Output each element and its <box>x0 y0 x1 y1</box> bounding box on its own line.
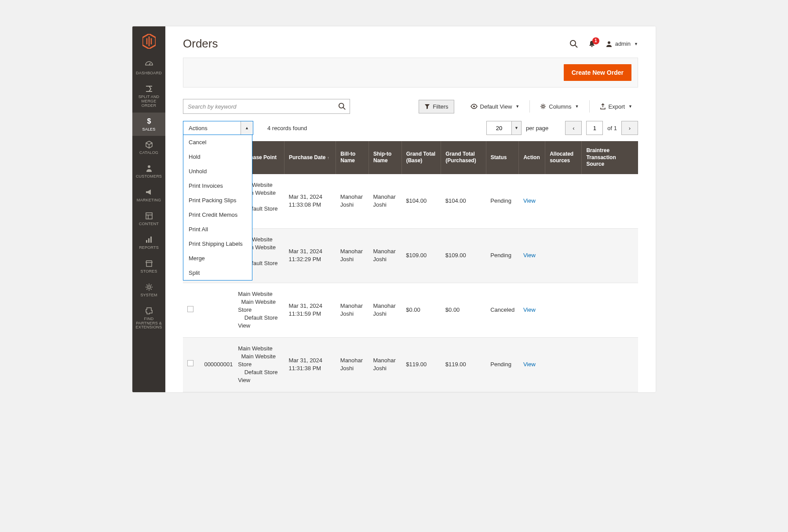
gear-icon <box>145 283 153 292</box>
column-header[interactable]: Braintree Transaction Source <box>582 141 638 174</box>
chevron-down-icon: ▼ <box>628 104 632 109</box>
action-menu-item-print-packing-slips[interactable]: Print Packing Slips <box>183 193 252 208</box>
svg-point-1 <box>148 165 150 168</box>
search-icon <box>569 40 578 48</box>
svg-rect-5 <box>146 240 147 243</box>
separator <box>589 100 590 113</box>
columns-label: Columns <box>549 103 571 110</box>
action-menu-item-print-shipping-labels[interactable]: Print Shipping Labels <box>183 237 252 251</box>
column-header[interactable]: Grand Total (Purchased) <box>441 141 486 174</box>
action-menu-item-print-all[interactable]: Print All <box>183 222 252 237</box>
column-header[interactable]: Action <box>519 141 545 174</box>
cube-icon <box>145 140 153 149</box>
table-cell <box>200 283 233 337</box>
create-order-button[interactable]: Create New Order <box>564 64 631 81</box>
user-menu[interactable]: admin ▼ <box>606 40 638 47</box>
table-cell <box>545 174 582 228</box>
view-link[interactable]: View <box>523 361 536 368</box>
table-cell <box>582 283 638 337</box>
chevron-down-icon: ▼ <box>575 104 579 109</box>
table-cell: $109.00 <box>401 228 441 283</box>
table-cell: $0.00 <box>401 283 441 337</box>
sidebar-item-reports[interactable]: REPORTS <box>132 231 165 255</box>
column-header[interactable]: Purchase Date↑ <box>284 141 336 174</box>
search-input[interactable] <box>183 103 335 110</box>
view-link[interactable]: View <box>523 197 536 204</box>
page-number-input[interactable] <box>586 121 603 135</box>
page-size-toggle[interactable]: ▼ <box>512 121 522 135</box>
sidebar-item-stores[interactable]: STORES <box>132 255 165 278</box>
sidebar-item-system[interactable]: SYSTEM <box>132 278 165 302</box>
sidebar-item-dashboard[interactable]: DASHBOARD <box>132 56 165 80</box>
actions-dropdown[interactable]: Actions ▲ <box>183 121 253 135</box>
chevron-down-icon: ▼ <box>514 126 518 130</box>
columns-button[interactable]: Columns ▼ <box>534 100 584 113</box>
nav-label: REPORTS <box>139 246 159 250</box>
row-checkbox[interactable] <box>187 360 193 366</box>
action-menu-item-merge[interactable]: Merge <box>183 251 252 266</box>
action-menu-item-unhold[interactable]: Unhold <box>183 164 252 179</box>
user-name: admin <box>615 40 631 47</box>
action-menu-item-print-credit-memos[interactable]: Print Credit Memos <box>183 208 252 222</box>
action-bar: Create New Order <box>183 58 638 87</box>
view-link[interactable]: View <box>523 252 536 259</box>
table-cell: Mar 31, 2024 11:31:59 PM <box>284 283 336 337</box>
action-menu-item-cancel[interactable]: Cancel <box>183 135 252 149</box>
filters-button[interactable]: Filters <box>419 100 454 113</box>
sidebar: DASHBOARDSPLIT AND MERGE ORDER$SALESCATA… <box>132 26 165 392</box>
notifications-button[interactable]: 1 <box>588 40 596 48</box>
svg-line-10 <box>575 45 577 47</box>
default-view-button[interactable]: Default View ▼ <box>465 100 525 113</box>
column-header[interactable]: Allocated sources <box>545 141 582 174</box>
prev-page-button[interactable]: ‹ <box>565 121 582 135</box>
bars-icon <box>145 235 153 244</box>
export-button[interactable]: Export ▼ <box>594 100 638 113</box>
actions-toggle[interactable]: ▲ <box>241 121 253 135</box>
table-cell: Manohar Joshi <box>369 228 402 283</box>
column-header[interactable]: Ship-to Name <box>369 141 402 174</box>
nav-label: SALES <box>142 128 155 132</box>
table-cell: Manohar Joshi <box>369 174 402 228</box>
sidebar-item-find-partners-extensions[interactable]: FIND PARTNERS & EXTENSIONS <box>132 302 165 335</box>
table-cell: Mar 31, 2024 11:31:38 PM <box>284 337 336 392</box>
view-link[interactable]: View <box>523 306 536 313</box>
column-header[interactable]: Grand Total (Base) <box>401 141 441 174</box>
row-checkbox[interactable] <box>187 306 193 312</box>
page-size-input[interactable] <box>486 121 512 135</box>
sidebar-item-customers[interactable]: CUSTOMERS <box>132 160 165 183</box>
chevron-up-icon: ▲ <box>245 126 249 130</box>
table-cell: $0.00 <box>441 283 486 337</box>
table-cell: View <box>519 228 545 283</box>
logo[interactable] <box>132 26 165 56</box>
default-view-label: Default View <box>480 103 512 110</box>
sidebar-item-content[interactable]: CONTENT <box>132 207 165 231</box>
sidebar-item-sales[interactable]: $SALES <box>132 113 165 136</box>
table-cell <box>545 337 582 392</box>
table-cell: Manohar Joshi <box>336 337 369 392</box>
search-submit[interactable] <box>335 102 350 110</box>
column-header[interactable]: Bill-to Name <box>336 141 369 174</box>
action-menu-item-print-invoices[interactable]: Print Invoices <box>183 179 252 193</box>
table-cell: $104.00 <box>441 174 486 228</box>
sidebar-item-split-and-merge-order[interactable]: SPLIT AND MERGE ORDER <box>132 80 165 113</box>
action-menu-item-hold[interactable]: Hold <box>183 149 252 164</box>
nav-label: SPLIT AND MERGE ORDER <box>134 95 164 108</box>
table-cell: Pending <box>486 228 519 283</box>
search-button[interactable] <box>569 40 578 48</box>
table-cell: Main Website Main Website Store Default … <box>233 337 284 392</box>
sidebar-item-catalog[interactable]: CATALOG <box>132 136 165 160</box>
chevron-down-icon: ▼ <box>634 42 638 46</box>
table-cell: $119.00 <box>401 337 441 392</box>
sidebar-item-marketing[interactable]: MARKETING <box>132 183 165 207</box>
megaphone-icon <box>145 188 153 197</box>
column-header[interactable]: Status <box>486 141 519 174</box>
next-page-button[interactable]: › <box>621 121 638 135</box>
action-menu-item-split[interactable]: Split <box>183 266 252 280</box>
svg-text:$: $ <box>147 117 151 125</box>
table-cell: Manohar Joshi <box>369 337 402 392</box>
table-row: 000000001Main Website Main Website Store… <box>183 337 638 392</box>
upload-icon <box>600 103 606 109</box>
export-label: Export <box>609 103 625 110</box>
nav-label: FIND PARTNERS & EXTENSIONS <box>134 317 164 330</box>
table-cell <box>183 283 200 337</box>
